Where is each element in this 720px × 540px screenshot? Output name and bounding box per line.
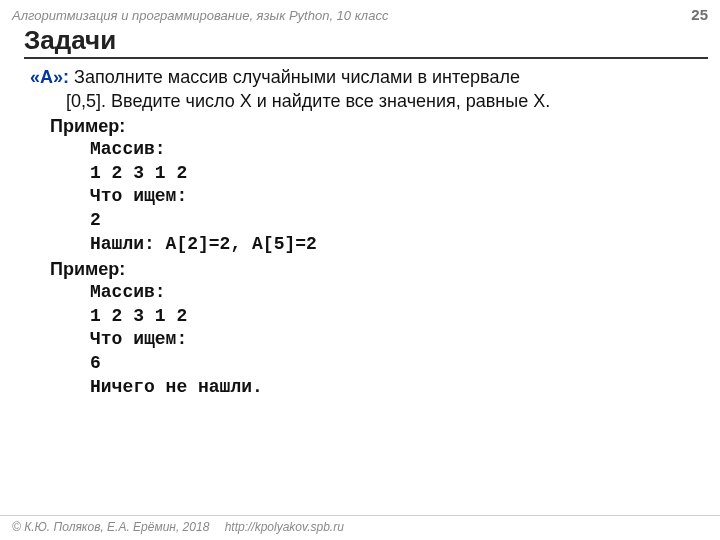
example1-code: Массив: 1 2 3 1 2 Что ищем: 2 Нашли: A[2… [30,138,700,257]
example1-heading: Пример: [30,114,700,138]
page-footer: © К.Ю. Поляков, Е.А. Ерёмин, 2018 http:/… [0,515,720,540]
page-title: Задачи [24,25,708,59]
footer-link[interactable]: http://kpolyakov.spb.ru [225,520,344,534]
example2-code: Массив: 1 2 3 1 2 Что ищем: 6 Ничего не … [30,281,700,400]
task-statement: «A»: Заполните массив случайными числами… [30,65,700,89]
example2-heading: Пример: [30,257,700,281]
task-text-line2: [0,5]. Введите число X и найдите все зна… [30,89,700,113]
footer-copyright: © К.Ю. Поляков, Е.А. Ерёмин, 2018 [12,520,209,534]
header-subject: Алгоритмизация и программирование, язык … [12,8,388,23]
page-header: Алгоритмизация и программирование, язык … [0,0,720,23]
page-number: 25 [691,6,708,23]
slide-content: «A»: Заполните массив случайными числами… [0,59,720,400]
task-label: «A»: [30,67,69,87]
task-text-line1: Заполните массив случайными числами в ин… [69,67,520,87]
